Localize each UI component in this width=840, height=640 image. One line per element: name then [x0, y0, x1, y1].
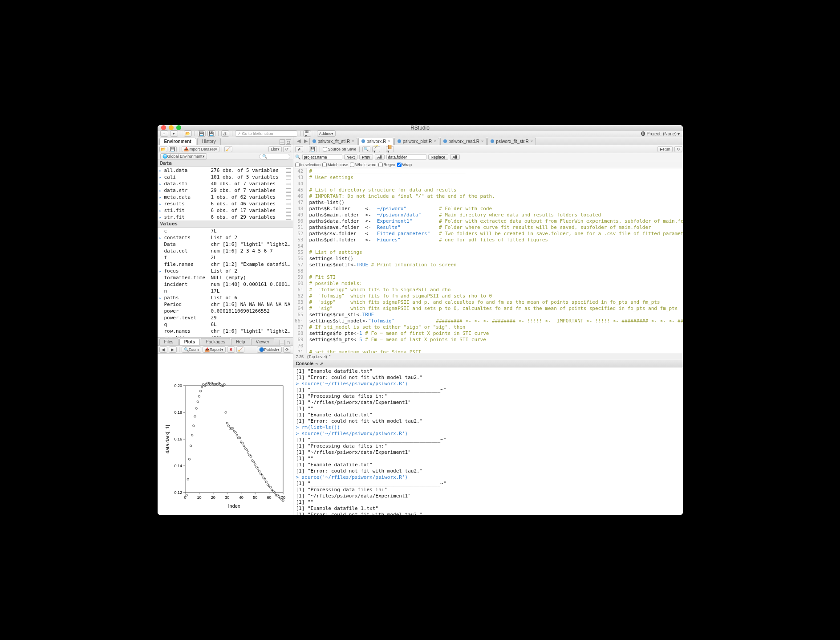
new-file-button[interactable]: ＋: [160, 130, 168, 137]
env-row[interactable]: Periodchr [1:6] NA NA NA NA NA NA: [158, 301, 293, 308]
in-selection-check[interactable]: In selection: [295, 163, 321, 167]
save-workspace-button[interactable]: 💾: [169, 146, 177, 152]
env-row[interactable]: incidentnum [1:40] 0.000161 0.000161 0.0…: [158, 281, 293, 288]
pane-min-icon[interactable]: —: [280, 139, 285, 145]
find-next-button[interactable]: Next: [344, 154, 358, 160]
env-row[interactable]: ▸all.data276 obs. of 5 variables: [158, 167, 293, 174]
popout-button[interactable]: ⬈: [295, 146, 303, 152]
regex-check[interactable]: Regex: [378, 163, 395, 167]
env-row[interactable]: q6L: [158, 321, 293, 328]
replace-input[interactable]: [386, 154, 426, 160]
env-row[interactable]: ▸focusList of 2: [158, 268, 293, 274]
find-button[interactable]: 🔍: [362, 146, 370, 152]
env-row[interactable]: Datachr [1:6] "light1" "light2" "light3"…: [158, 241, 293, 248]
tab-viewer[interactable]: Viewer: [251, 338, 274, 345]
close-tab-icon[interactable]: ×: [481, 139, 483, 143]
project-menu[interactable]: 🅡 Project: (None) ▾: [641, 131, 680, 136]
save-all-button[interactable]: 💾: [207, 130, 215, 137]
pane-max-icon[interactable]: ▢: [286, 139, 291, 145]
refresh-button[interactable]: ⟳: [283, 146, 291, 152]
env-row[interactable]: ▸cali101 obs. of 5 variables: [158, 174, 293, 180]
plot-max-icon[interactable]: ▢: [286, 340, 291, 345]
scope-selector[interactable]: 🌐 Global Environment ▾: [160, 153, 207, 159]
notebook-button[interactable]: 📔▾: [386, 146, 394, 152]
source-on-save-check[interactable]: Source on Save: [323, 147, 357, 151]
env-row[interactable]: ▸str.fit6 obs. of 29 variables: [158, 214, 293, 220]
close-tab-icon[interactable]: ×: [388, 139, 390, 143]
zoom-button[interactable]: 🔍 Zoom: [182, 346, 201, 353]
env-row[interactable]: ▸meta.data1 obs. of 62 variables: [158, 194, 293, 200]
open-file-button[interactable]: 📂: [184, 130, 192, 137]
plot-next-button[interactable]: ▶: [169, 346, 177, 353]
replace-all-button[interactable]: All: [450, 154, 460, 160]
svg-point-84: [265, 481, 267, 482]
console-popout-icon[interactable]: ⬈: [318, 361, 323, 366]
tab-nav-fwd[interactable]: ▶: [302, 138, 309, 144]
load-workspace-button[interactable]: 📂: [159, 146, 167, 152]
find-input[interactable]: [302, 154, 342, 160]
tab-help[interactable]: Help: [231, 338, 250, 345]
wand-button[interactable]: 🪄▾: [372, 146, 380, 152]
publish-button[interactable]: 🔵 Publish ▾: [257, 346, 282, 353]
export-button[interactable]: 📤 Export ▾: [203, 346, 226, 353]
close-tab-icon[interactable]: ×: [434, 139, 436, 143]
find-all-button[interactable]: All: [375, 154, 385, 160]
goto-file-input[interactable]: ↗Go to file/function: [235, 130, 297, 137]
env-row[interactable]: ▸data.str29 obs. of 7 variables: [158, 187, 293, 194]
main-toolbar: ＋ ▾ 📂 💾 💾 🖨 ↗Go to file/function ▦ ▾ Add…: [158, 130, 683, 137]
print-button[interactable]: 🖨: [221, 130, 229, 137]
plot-prev-button[interactable]: ◀: [159, 346, 167, 353]
tools-button[interactable]: ▦ ▾: [303, 130, 311, 137]
plot-min-icon[interactable]: —: [280, 340, 285, 345]
refresh-plot-button[interactable]: ⟳: [283, 346, 291, 353]
file-tab[interactable]: psiworx_plot.R×: [394, 138, 439, 145]
env-search-input[interactable]: [259, 154, 290, 159]
console-output[interactable]: [1] "Example datafile.txt"[1] "Error: co…: [293, 367, 683, 515]
env-row[interactable]: n17L: [158, 288, 293, 294]
env-row[interactable]: ▸sti.fit6 obs. of 17 variables: [158, 207, 293, 214]
replace-button[interactable]: Replace: [428, 154, 448, 160]
tab-plots[interactable]: Plots: [179, 338, 200, 345]
env-row[interactable]: power0.000161106901266552: [158, 308, 293, 314]
env-row[interactable]: ▸pathsList of 6: [158, 294, 293, 301]
new-project-button[interactable]: ▾: [170, 130, 178, 137]
file-tab[interactable]: psiworx_fit_str.R×: [487, 138, 536, 145]
whole-word-check[interactable]: Whole word: [350, 163, 377, 167]
tab-nav-back[interactable]: ◀: [295, 138, 302, 144]
env-row[interactable]: file.nameschr [1:2] "Example datafile 1.…: [158, 261, 293, 268]
close-tab-icon[interactable]: ×: [352, 139, 354, 143]
rerun-button[interactable]: ↻: [674, 146, 682, 152]
env-row[interactable]: c7L: [158, 228, 293, 234]
view-mode-button[interactable]: List ▾: [268, 146, 281, 152]
scope-level[interactable]: (Top Level) ⌃: [307, 355, 332, 359]
import-dataset-button[interactable]: 📥 Import Dataset ▾: [182, 146, 219, 152]
env-row[interactable]: ▸constantsList of 2: [158, 234, 293, 241]
env-row[interactable]: formatted.timeNULL (empty): [158, 274, 293, 281]
remove-plot-button[interactable]: ✖: [227, 346, 235, 353]
match-case-check[interactable]: Match case: [322, 163, 348, 167]
env-row[interactable]: power.level29: [158, 314, 293, 321]
tab-packages[interactable]: Packages: [201, 338, 230, 345]
code-editor[interactable]: 42#_____________________________________…: [293, 168, 683, 353]
tab-files[interactable]: Files: [159, 338, 179, 345]
env-row[interactable]: f2L: [158, 254, 293, 261]
addins-button[interactable]: Addins ▾: [317, 130, 336, 137]
file-tab[interactable]: psiworx.R×: [358, 138, 394, 145]
save-button[interactable]: 💾: [198, 130, 206, 137]
env-row[interactable]: ▸results6 obs. of 46 variables: [158, 200, 293, 207]
find-prev-button[interactable]: Prev: [359, 154, 373, 160]
tab-history[interactable]: History: [197, 138, 221, 145]
env-list[interactable]: Data▸all.data276 obs. of 5 variables▸cal…: [158, 160, 293, 337]
env-row[interactable]: data.colnum [1:6] 2 3 4 5 6 7: [158, 248, 293, 254]
save-file-button[interactable]: 💾: [309, 146, 317, 152]
close-tab-icon[interactable]: ×: [531, 139, 533, 143]
run-button[interactable]: ▶ Run: [657, 146, 673, 152]
env-row[interactable]: row.nameschr [1:6] "light1" "light2" "li…: [158, 328, 293, 334]
clear-workspace-button[interactable]: 🧹: [224, 146, 232, 152]
file-tab[interactable]: psiworx_fit_sti.R×: [309, 138, 357, 145]
clear-plots-button[interactable]: 🧹: [236, 346, 244, 353]
wrap-check[interactable]: Wrap: [397, 163, 412, 167]
env-row[interactable]: ▸data.sti40 obs. of 7 variables: [158, 180, 293, 187]
tab-environment[interactable]: Environment: [159, 138, 196, 145]
file-tab[interactable]: psiworx_read.R×: [440, 138, 487, 145]
